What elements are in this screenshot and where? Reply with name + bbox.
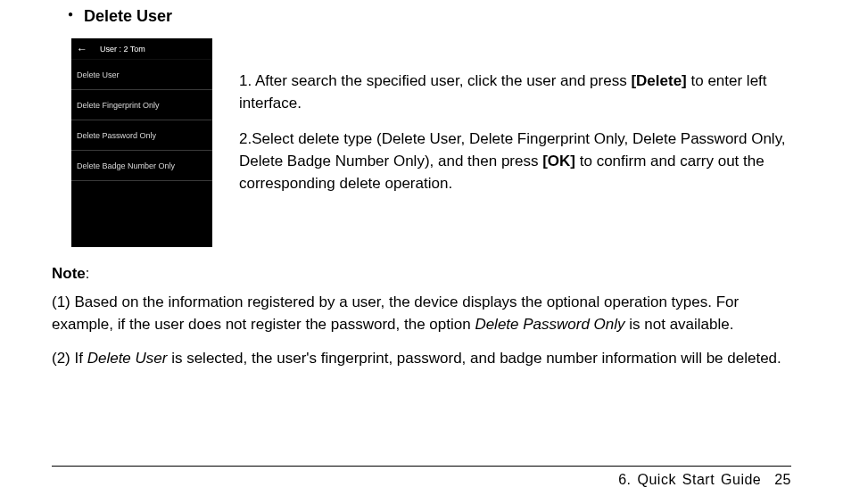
note-2: (2) If Delete User is selected, the user… xyxy=(52,348,791,370)
section-heading: Delete User xyxy=(84,7,172,26)
note-label: Note xyxy=(52,265,86,282)
page-footer: 6. Quick Start Guide 25 xyxy=(52,466,791,488)
note-colon: : xyxy=(86,266,89,281)
device-titlebar: ← User : 2 Tom xyxy=(71,38,212,60)
note-heading: Note: xyxy=(52,265,791,283)
device-menu-item: Delete Badge Number Only xyxy=(71,151,212,181)
device-screenshot: ← User : 2 Tom Delete User Delete Finger… xyxy=(71,38,212,247)
instruction-steps: 1. After search the specified user, clic… xyxy=(239,38,791,247)
bullet-icon xyxy=(68,8,73,22)
step-1: 1. After search the specified user, clic… xyxy=(239,70,791,114)
footer-chapter: 6. Quick Start Guide xyxy=(618,472,761,487)
device-menu-item: Delete Password Only xyxy=(71,120,212,151)
footer-page-number: 25 xyxy=(774,472,791,487)
delete-key-label: [Delete] xyxy=(631,72,686,89)
step-1-text-a: 1. After search the specified user, clic… xyxy=(239,72,631,89)
content-row: ← User : 2 Tom Delete User Delete Finger… xyxy=(71,38,791,247)
device-menu-item: Delete Fingerprint Only xyxy=(71,90,212,120)
note-1-text-c: is not available. xyxy=(625,316,734,333)
device-title: User : 2 Tom xyxy=(100,45,145,54)
note-2-text-c: is selected, the user's fingerprint, pas… xyxy=(167,350,781,367)
note-2-text-a: (2) If xyxy=(52,350,87,367)
back-arrow-icon: ← xyxy=(77,43,87,55)
device-menu-item: Delete User xyxy=(71,60,212,90)
note-section: Note: (1) Based on the information regis… xyxy=(52,265,791,370)
ok-key-label: [OK] xyxy=(542,153,575,169)
note-2-italic: Delete User xyxy=(87,350,168,367)
step-2: 2.Select delete type (Delete User, Delet… xyxy=(239,128,791,194)
section-heading-row: Delete User xyxy=(68,7,791,26)
note-1: (1) Based on the information registered … xyxy=(52,292,791,335)
note-body: (1) Based on the information registered … xyxy=(52,292,791,370)
note-1-italic: Delete Password Only xyxy=(475,316,624,333)
